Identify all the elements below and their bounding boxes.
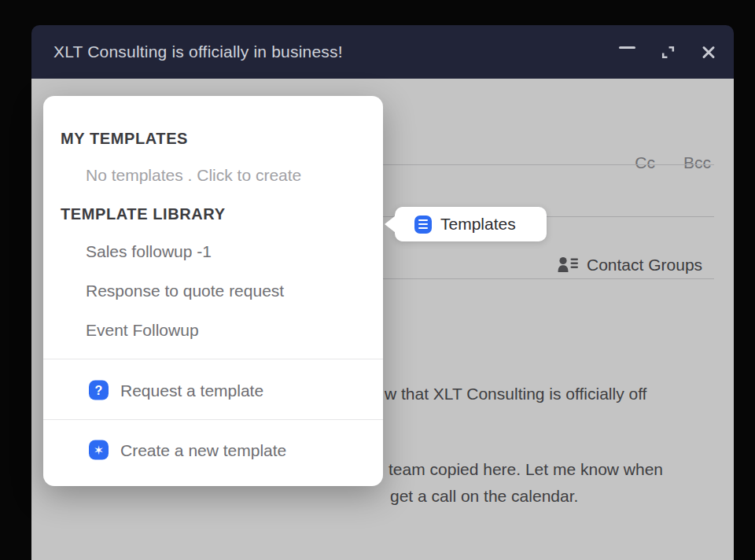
- template-item-response-to-quote[interactable]: Response to quote request: [86, 282, 284, 300]
- contact-groups-label: Contact Groups: [587, 256, 702, 274]
- body-line: w that XLT Consulting is officially off: [385, 385, 646, 403]
- screen: XLT Consulting is officially in business…: [0, 0, 755, 560]
- plus-icon: ✶: [89, 440, 109, 460]
- close-button[interactable]: [700, 43, 717, 61]
- template-item-event-followup[interactable]: Event Followup: [86, 321, 199, 340]
- expand-button[interactable]: [659, 43, 676, 61]
- question-icon: ?: [89, 381, 109, 400]
- popover-divider: [43, 419, 383, 420]
- bcc-button[interactable]: Bcc: [683, 153, 711, 172]
- body-line: get a call on the calendar.: [390, 487, 578, 506]
- template-library-heading: TEMPLATE LIBRARY: [61, 205, 226, 223]
- template-item-sales-followup[interactable]: Sales followup -1: [86, 242, 212, 261]
- minimize-icon: [619, 46, 635, 49]
- compose-titlebar: XLT Consulting is officially in business…: [31, 25, 734, 79]
- body-line: team copied here. Let me know when: [389, 460, 663, 479]
- contact-groups-icon: [557, 256, 579, 274]
- request-template-button[interactable]: ? Request a template: [89, 381, 263, 400]
- empty-templates-create-link[interactable]: No templates . Click to create: [86, 166, 301, 185]
- contact-groups-button[interactable]: Contact Groups: [557, 249, 702, 282]
- window-title: XLT Consulting is officially in business…: [53, 42, 343, 61]
- expand-icon: [660, 44, 676, 61]
- cc-button[interactable]: Cc: [635, 153, 655, 172]
- create-template-label: Create a new template: [120, 440, 286, 459]
- popover-divider: [43, 359, 383, 359]
- request-template-label: Request a template: [120, 381, 263, 400]
- create-template-button[interactable]: ✶ Create a new template: [89, 440, 286, 460]
- templates-icon: [414, 216, 432, 234]
- my-templates-heading: MY TEMPLATES: [61, 130, 188, 148]
- window-controls: [618, 43, 734, 61]
- templates-label: Templates: [440, 215, 516, 234]
- templates-popover: MY TEMPLATES No templates . Click to cre…: [43, 96, 383, 486]
- close-icon: [702, 45, 716, 59]
- minimize-button[interactable]: [618, 43, 635, 61]
- templates-button[interactable]: Templates: [395, 207, 547, 241]
